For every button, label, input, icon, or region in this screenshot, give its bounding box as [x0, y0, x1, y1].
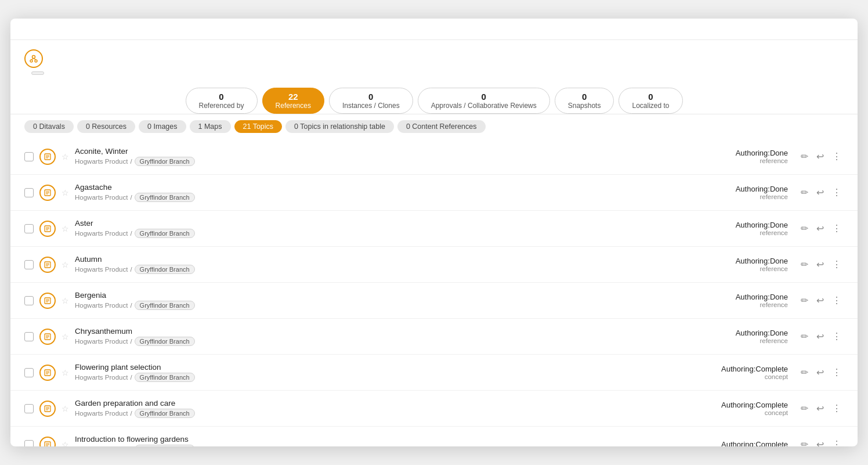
navigate-button[interactable]: ↩ [814, 365, 826, 380]
filter-pills: 0 Ditavals0 Resources0 Images1 Maps21 To… [10, 114, 858, 139]
more-button[interactable]: ⋮ [830, 329, 844, 344]
item-actions: ✏ ↩ ⋮ [798, 221, 844, 236]
filter-content-references[interactable]: 0 Content References [397, 120, 486, 133]
star-icon[interactable]: ☆ [62, 296, 69, 305]
item-breadcrumb: Hogwarts Product / Gryffindor Branch [75, 265, 689, 274]
tab-referenced-by[interactable]: 0Referenced by [186, 88, 258, 114]
item-branch: Gryffindor Branch [135, 157, 195, 166]
filter-topics[interactable]: 21 Topics [234, 120, 283, 133]
item-actions: ✏ ↩ ⋮ [798, 185, 844, 200]
star-icon[interactable]: ☆ [62, 188, 69, 197]
edit-button[interactable]: ✏ [798, 401, 811, 416]
more-button[interactable]: ⋮ [830, 149, 844, 164]
edit-button[interactable]: ✏ [798, 365, 811, 380]
item-info: Chrysanthemum Hogwarts Product / Gryffin… [75, 327, 689, 346]
star-icon[interactable]: ☆ [62, 368, 69, 377]
star-icon[interactable]: ☆ [62, 224, 69, 233]
items-list: ☆ Aconite, Winter Hogwarts Product / Gry… [10, 139, 858, 446]
item-type-icon [39, 149, 56, 165]
edit-button[interactable]: ✏ [798, 149, 811, 164]
help-button[interactable] [827, 29, 832, 31]
item-name: Agastache [75, 183, 689, 192]
item-checkbox[interactable] [24, 296, 34, 305]
item-name: Chrysanthemum [75, 327, 689, 336]
item-breadcrumb: Hogwarts Product / Gryffindor Branch [75, 229, 689, 238]
topic-breadcrumb [10, 70, 858, 82]
item-status: Authoring:Complete [695, 440, 788, 446]
more-button[interactable]: ⋮ [830, 221, 844, 236]
item-branch: Gryffindor Branch [135, 409, 195, 418]
filter-images[interactable]: 0 Images [139, 120, 186, 133]
tab-approvals[interactable]: 0Approvals / Collaborative Reviews [418, 88, 550, 114]
item-checkbox[interactable] [24, 152, 34, 161]
item-checkbox[interactable] [24, 440, 34, 447]
item-name: Bergenia [75, 291, 689, 300]
star-icon[interactable]: ☆ [62, 152, 69, 161]
edit-button[interactable]: ✏ [798, 185, 811, 200]
modal-body: 0Referenced by22References0Instances / C… [10, 40, 858, 446]
tab-references[interactable]: 22References [262, 88, 324, 114]
navigate-button[interactable]: ↩ [814, 221, 826, 236]
filter-topics-relationship[interactable]: 0 Topics in relationship table [285, 120, 394, 133]
item-checkbox[interactable] [24, 404, 34, 413]
navigate-button[interactable]: ↩ [814, 257, 826, 272]
item-type-icon [39, 185, 56, 201]
item-breadcrumb: Hogwarts Product / Gryffindor Branch [75, 445, 689, 446]
topic-header [10, 40, 858, 70]
more-button[interactable]: ⋮ [830, 365, 844, 380]
breadcrumb-branch [31, 71, 44, 75]
star-icon[interactable]: ☆ [62, 404, 69, 413]
list-item: ☆ Chrysanthemum Hogwarts Product / Gryff… [10, 319, 858, 355]
more-button[interactable]: ⋮ [830, 293, 844, 308]
navigate-button[interactable]: ↩ [814, 185, 826, 200]
svg-point-1 [30, 60, 32, 62]
more-button[interactable]: ⋮ [830, 257, 844, 272]
tab-snapshots[interactable]: 0Snapshots [555, 88, 614, 114]
list-item: ☆ Agastache Hogwarts Product / Gryffindo… [10, 175, 858, 211]
star-icon[interactable]: ☆ [62, 332, 69, 341]
more-button[interactable]: ⋮ [830, 437, 844, 446]
edit-button[interactable]: ✏ [798, 257, 811, 272]
navigate-button[interactable]: ↩ [814, 401, 826, 416]
navigate-button[interactable]: ↩ [814, 437, 826, 446]
more-button[interactable]: ⋮ [830, 185, 844, 200]
item-info: Aconite, Winter Hogwarts Product / Gryff… [75, 147, 689, 166]
item-branch: Gryffindor Branch [135, 301, 195, 310]
item-checkbox[interactable] [24, 332, 34, 341]
item-breadcrumb: Hogwarts Product / Gryffindor Branch [75, 301, 689, 310]
edit-button[interactable]: ✏ [798, 329, 811, 344]
filter-ditavals[interactable]: 0 Ditavals [24, 120, 74, 133]
tab-instances-clones[interactable]: 0Instances / Clones [329, 88, 413, 114]
edit-button[interactable]: ✏ [798, 437, 811, 446]
item-branch: Gryffindor Branch [135, 265, 195, 274]
list-item: ☆ Autumn Hogwarts Product / Gryffindor B… [10, 247, 858, 283]
filter-resources[interactable]: 0 Resources [77, 120, 135, 133]
item-status: Authoring:Done reference [695, 185, 788, 200]
item-info: Aster Hogwarts Product / Gryffindor Bran… [75, 219, 689, 238]
item-checkbox[interactable] [24, 224, 34, 233]
item-name: Flowering plant selection [75, 363, 689, 372]
list-item: ☆ Flowering plant selection Hogwarts Pro… [10, 355, 858, 391]
tab-localized-to[interactable]: 0Localized to [619, 88, 682, 114]
star-icon[interactable]: ☆ [62, 440, 69, 447]
item-name: Garden preparation and care [75, 399, 689, 408]
edit-button[interactable]: ✏ [798, 221, 811, 236]
item-status: Authoring:Done reference [695, 257, 788, 272]
edit-button[interactable]: ✏ [798, 293, 811, 308]
navigate-button[interactable]: ↩ [814, 293, 826, 308]
more-button[interactable]: ⋮ [830, 401, 844, 416]
item-checkbox[interactable] [24, 260, 34, 269]
navigate-button[interactable]: ↩ [814, 329, 826, 344]
item-branch: Gryffindor Branch [135, 445, 195, 446]
item-type-icon [39, 293, 56, 309]
item-status: Authoring:Done reference [695, 293, 788, 308]
close-button[interactable] [839, 29, 844, 31]
item-actions: ✏ ↩ ⋮ [798, 401, 844, 416]
item-checkbox[interactable] [24, 368, 34, 377]
star-icon[interactable]: ☆ [62, 260, 69, 269]
filter-maps[interactable]: 1 Maps [190, 120, 231, 133]
item-actions: ✏ ↩ ⋮ [798, 293, 844, 308]
navigate-button[interactable]: ↩ [814, 149, 826, 164]
item-status: Authoring:Complete concept [695, 365, 788, 380]
item-checkbox[interactable] [24, 188, 34, 197]
